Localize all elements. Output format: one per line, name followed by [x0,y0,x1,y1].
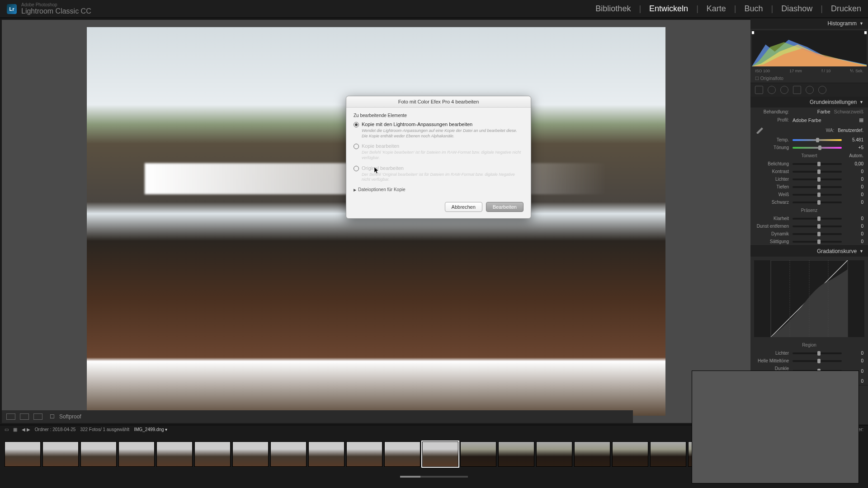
main-area: ☐ Softproof Histogramm▼ ISO 100 17 mm f [0,18,868,425]
dialog-section-title: Zu bearbeitende Elemente [354,113,524,118]
softproof-label[interactable]: Softproof [59,413,81,420]
tone-slider[interactable] [793,171,842,173]
histo-shutter: ⅕ Sek. [850,69,863,73]
split-view-icon[interactable] [33,413,42,420]
treatment-bw[interactable]: Schwarzweiß [834,109,863,114]
filmstrip-thumb[interactable] [612,441,648,467]
radio-selected-icon[interactable] [354,122,359,127]
svg-marker-4 [752,31,754,34]
profile-grid-icon[interactable]: ▦ [859,117,863,123]
profile-value[interactable]: Adobe Farbe [793,117,855,123]
presence-slider[interactable] [793,233,842,235]
filmstrip-thumb[interactable] [536,441,572,467]
treatment-color[interactable]: Farbe [793,109,830,114]
tone-slider[interactable] [793,163,842,165]
original-photo-toggle[interactable]: Originalfoto [760,76,783,81]
tint-slider[interactable] [793,147,842,149]
filmstrip-thumb[interactable] [5,441,41,467]
grid-icon[interactable]: ▦ [13,427,17,432]
auto-tone[interactable]: Autom. [849,153,863,158]
module-entwickeln[interactable]: Entwickeln [649,4,688,14]
app-logo-icon: Lr [7,4,17,14]
histo-focal: 17 mm [789,69,802,73]
module-diashow[interactable]: Diashow [781,4,812,14]
photo-count: 322 Fotos/ 1 ausgewählt [80,427,129,432]
module-buch[interactable]: Buch [745,4,763,14]
module-drucken[interactable]: Drucken [831,4,861,14]
tone-slider[interactable] [793,194,842,196]
gradient-tool-icon[interactable] [793,86,801,94]
photo-preview [87,27,665,416]
histo-iso: ISO 100 [755,69,770,73]
curve-header[interactable]: Gradationskurve▼ [750,246,868,257]
histo-aperture: f / 10 [821,69,830,73]
presence-slider[interactable] [793,225,842,227]
filmstrip-thumb[interactable] [422,441,458,467]
dialog-title: Foto mit Color Efex Pro 4 bearbeiten [346,96,531,108]
filmstrip-thumb[interactable] [346,441,382,467]
tone-slider[interactable] [793,178,842,180]
header-left: Lr Adobe Photoshop Lightroom Classic CC [7,2,91,15]
file-options-disclosure[interactable]: ▶Dateioptionen für Kopie [354,187,524,192]
filmstrip-thumb[interactable] [308,441,344,467]
filmstrip-thumb[interactable] [118,441,155,467]
radio-icon [354,166,359,171]
radial-tool-icon[interactable] [806,86,814,94]
filmstrip-thumb[interactable] [194,441,231,467]
canvas-area[interactable]: ☐ Softproof [0,18,750,425]
radio-icon [354,144,359,149]
tone-curve[interactable] [754,260,864,337]
local-tools [750,83,868,97]
current-filename[interactable]: IMG_2499.dng ▾ [134,427,167,432]
loupe-view-icon[interactable] [6,413,15,420]
filmstrip-scrollbar[interactable] [400,476,468,478]
edit-button[interactable]: Bearbeiten [486,202,524,212]
svg-marker-5 [864,31,867,34]
cancel-button[interactable]: Abbrechen [445,202,482,212]
module-karte[interactable]: Karte [707,4,726,14]
module-bibliothek[interactable]: Bibliothek [595,4,631,14]
histogram-header[interactable]: Histogramm▼ [750,18,868,29]
temp-slider[interactable] [793,139,842,141]
view-toolbar: ☐ Softproof [2,410,633,423]
webcam-overlay [692,371,859,483]
filmstrip-thumb[interactable] [232,441,269,467]
filmstrip-thumb[interactable] [574,441,610,467]
filmstrip-thumb[interactable] [42,441,79,467]
spot-tool-icon[interactable] [768,86,776,94]
filmstrip-thumb[interactable] [270,441,307,467]
presence-slider[interactable] [793,241,842,243]
option-copy-with-adjustments[interactable]: Kopie mit den Lightroom-Anpassungen bear… [354,122,524,127]
filmstrip-thumb[interactable] [460,441,496,467]
brush-tool-icon[interactable] [818,86,826,94]
curve-region-slider[interactable] [793,360,842,362]
second-window-icon[interactable]: ▭ [5,427,9,432]
curve-region-slider[interactable] [793,352,842,354]
histogram[interactable] [752,30,867,66]
option-copy: Kopie bearbeiten [354,143,524,149]
filmstrip-thumb[interactable] [650,441,686,467]
folder-path[interactable]: Ordner : 2018-04-25 [35,427,76,432]
app-header: Lr Adobe Photoshop Lightroom Classic CC … [0,0,868,18]
wb-preset[interactable]: Benutzerdef. [838,128,863,133]
filmstrip-thumb[interactable] [384,441,420,467]
module-picker: Bibliothek| Entwickeln| Karte| Buch| Dia… [595,4,861,14]
before-after-icon[interactable] [20,413,29,420]
cursor-icon [374,167,380,174]
wb-picker-icon[interactable] [755,127,765,134]
basic-header[interactable]: Grundeinstellungen▼ [750,97,868,108]
filmstrip-thumb[interactable] [498,441,534,467]
app-name: Adobe Photoshop Lightroom Classic CC [21,2,91,15]
filmstrip-thumb[interactable] [80,441,117,467]
crop-tool-icon[interactable] [755,86,763,94]
tone-slider[interactable] [793,202,842,203]
develop-panel: Histogramm▼ ISO 100 17 mm f / 10 ⅕ Sek. … [750,18,868,425]
filmstrip-thumb[interactable] [156,441,193,467]
redeye-tool-icon[interactable] [780,86,788,94]
tone-slider[interactable] [793,186,842,188]
edit-in-dialog: Foto mit Color Efex Pro 4 bearbeiten Zu … [346,96,531,219]
presence-slider[interactable] [793,218,842,220]
